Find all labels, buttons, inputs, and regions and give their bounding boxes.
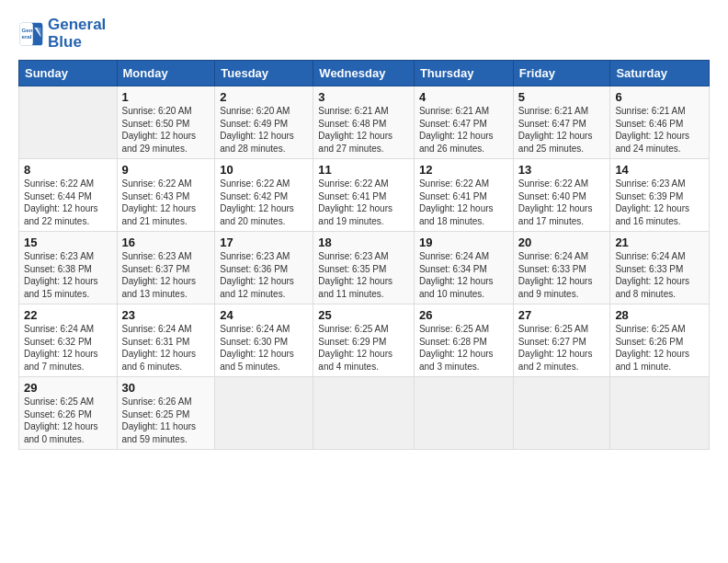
empty-cell bbox=[215, 377, 313, 450]
day-number: 9 bbox=[122, 163, 210, 177]
day-number: 12 bbox=[419, 163, 508, 177]
svg-text:Gen: Gen bbox=[22, 27, 33, 33]
day-info: Sunrise: 6:22 AM Sunset: 6:44 PM Dayligh… bbox=[24, 178, 112, 227]
day-info: Sunrise: 6:24 AM Sunset: 6:31 PM Dayligh… bbox=[122, 323, 210, 373]
day-number: 26 bbox=[419, 308, 508, 322]
day-cell-1: 1Sunrise: 6:20 AM Sunset: 6:50 PM Daylig… bbox=[117, 86, 215, 159]
day-info: Sunrise: 6:22 AM Sunset: 6:42 PM Dayligh… bbox=[220, 178, 308, 227]
day-cell-24: 24Sunrise: 6:24 AM Sunset: 6:30 PM Dayli… bbox=[215, 304, 313, 377]
header-row: SundayMondayTuesdayWednesdayThursdayFrid… bbox=[19, 61, 710, 86]
week-row-5: 29Sunrise: 6:25 AM Sunset: 6:26 PM Dayli… bbox=[19, 377, 710, 450]
col-header-thursday: Thursday bbox=[414, 61, 513, 86]
day-number: 24 bbox=[220, 308, 308, 322]
day-info: Sunrise: 6:21 AM Sunset: 6:48 PM Dayligh… bbox=[318, 105, 409, 155]
day-info: Sunrise: 6:24 AM Sunset: 6:30 PM Dayligh… bbox=[220, 323, 308, 373]
day-number: 22 bbox=[24, 308, 112, 322]
day-cell-4: 4Sunrise: 6:21 AM Sunset: 6:47 PM Daylig… bbox=[414, 86, 513, 159]
day-info: Sunrise: 6:22 AM Sunset: 6:40 PM Dayligh… bbox=[518, 178, 606, 227]
empty-cell bbox=[19, 86, 118, 159]
day-number: 17 bbox=[220, 236, 308, 249]
day-info: Sunrise: 6:25 AM Sunset: 6:27 PM Dayligh… bbox=[518, 323, 606, 373]
empty-cell bbox=[513, 377, 610, 450]
day-info: Sunrise: 6:24 AM Sunset: 6:34 PM Dayligh… bbox=[419, 250, 508, 300]
calendar-table: SundayMondayTuesdayWednesdayThursdayFrid… bbox=[18, 60, 710, 450]
day-number: 30 bbox=[122, 381, 210, 395]
day-number: 28 bbox=[615, 308, 704, 322]
week-row-3: 15Sunrise: 6:23 AM Sunset: 6:38 PM Dayli… bbox=[19, 232, 710, 304]
logo: Gen eral General Blue bbox=[18, 17, 106, 51]
day-info: Sunrise: 6:20 AM Sunset: 6:50 PM Dayligh… bbox=[122, 105, 210, 155]
day-cell-28: 28Sunrise: 6:25 AM Sunset: 6:26 PM Dayli… bbox=[610, 304, 710, 377]
day-info: Sunrise: 6:23 AM Sunset: 6:37 PM Dayligh… bbox=[122, 250, 210, 300]
day-number: 25 bbox=[318, 308, 409, 322]
day-cell-17: 17Sunrise: 6:23 AM Sunset: 6:36 PM Dayli… bbox=[215, 232, 313, 304]
day-number: 29 bbox=[24, 381, 112, 395]
day-info: Sunrise: 6:20 AM Sunset: 6:49 PM Dayligh… bbox=[220, 105, 308, 155]
day-cell-16: 16Sunrise: 6:23 AM Sunset: 6:37 PM Dayli… bbox=[117, 232, 215, 304]
day-cell-18: 18Sunrise: 6:23 AM Sunset: 6:35 PM Dayli… bbox=[313, 232, 415, 304]
day-info: Sunrise: 6:24 AM Sunset: 6:33 PM Dayligh… bbox=[518, 250, 606, 300]
page: Gen eral General Blue SundayMondayTuesda… bbox=[0, 0, 728, 461]
day-number: 13 bbox=[518, 163, 606, 177]
day-cell-26: 26Sunrise: 6:25 AM Sunset: 6:28 PM Dayli… bbox=[414, 304, 513, 377]
day-info: Sunrise: 6:25 AM Sunset: 6:28 PM Dayligh… bbox=[419, 323, 508, 373]
day-cell-29: 29Sunrise: 6:25 AM Sunset: 6:26 PM Dayli… bbox=[19, 377, 118, 450]
col-header-sunday: Sunday bbox=[19, 61, 118, 86]
day-number: 21 bbox=[615, 236, 704, 249]
day-cell-20: 20Sunrise: 6:24 AM Sunset: 6:33 PM Dayli… bbox=[513, 232, 610, 304]
day-cell-14: 14Sunrise: 6:23 AM Sunset: 6:39 PM Dayli… bbox=[610, 159, 710, 232]
day-info: Sunrise: 6:24 AM Sunset: 6:33 PM Dayligh… bbox=[615, 250, 704, 300]
day-cell-19: 19Sunrise: 6:24 AM Sunset: 6:34 PM Dayli… bbox=[414, 232, 513, 304]
day-number: 11 bbox=[318, 163, 409, 177]
day-cell-9: 9Sunrise: 6:22 AM Sunset: 6:43 PM Daylig… bbox=[117, 159, 215, 232]
empty-cell bbox=[313, 377, 415, 450]
day-info: Sunrise: 6:25 AM Sunset: 6:29 PM Dayligh… bbox=[318, 323, 409, 373]
day-info: Sunrise: 6:21 AM Sunset: 6:47 PM Dayligh… bbox=[518, 105, 606, 155]
day-number: 20 bbox=[518, 236, 606, 249]
week-row-2: 8Sunrise: 6:22 AM Sunset: 6:44 PM Daylig… bbox=[19, 159, 710, 232]
col-header-monday: Monday bbox=[117, 61, 215, 86]
day-cell-27: 27Sunrise: 6:25 AM Sunset: 6:27 PM Dayli… bbox=[513, 304, 610, 377]
header: Gen eral General Blue bbox=[18, 17, 710, 51]
week-row-1: 1Sunrise: 6:20 AM Sunset: 6:50 PM Daylig… bbox=[19, 86, 710, 159]
logo-general: General bbox=[48, 16, 106, 33]
day-number: 23 bbox=[122, 308, 210, 322]
day-number: 1 bbox=[122, 90, 210, 104]
svg-text:eral: eral bbox=[22, 33, 32, 40]
day-cell-10: 10Sunrise: 6:22 AM Sunset: 6:42 PM Dayli… bbox=[215, 159, 313, 232]
day-info: Sunrise: 6:26 AM Sunset: 6:25 PM Dayligh… bbox=[122, 396, 210, 445]
logo-icon: Gen eral bbox=[18, 21, 44, 47]
day-info: Sunrise: 6:24 AM Sunset: 6:32 PM Dayligh… bbox=[24, 323, 112, 373]
day-info: Sunrise: 6:21 AM Sunset: 6:46 PM Dayligh… bbox=[615, 105, 704, 155]
day-info: Sunrise: 6:23 AM Sunset: 6:39 PM Dayligh… bbox=[615, 178, 704, 227]
logo-text: General Blue bbox=[48, 17, 106, 51]
empty-cell bbox=[610, 377, 710, 450]
day-number: 4 bbox=[419, 90, 508, 104]
day-number: 16 bbox=[122, 236, 210, 249]
day-cell-5: 5Sunrise: 6:21 AM Sunset: 6:47 PM Daylig… bbox=[513, 86, 610, 159]
day-cell-25: 25Sunrise: 6:25 AM Sunset: 6:29 PM Dayli… bbox=[313, 304, 415, 377]
day-number: 5 bbox=[518, 90, 606, 104]
day-info: Sunrise: 6:23 AM Sunset: 6:38 PM Dayligh… bbox=[24, 250, 112, 300]
day-info: Sunrise: 6:25 AM Sunset: 6:26 PM Dayligh… bbox=[24, 396, 112, 445]
day-cell-22: 22Sunrise: 6:24 AM Sunset: 6:32 PM Dayli… bbox=[19, 304, 118, 377]
col-header-wednesday: Wednesday bbox=[313, 61, 415, 86]
day-cell-23: 23Sunrise: 6:24 AM Sunset: 6:31 PM Dayli… bbox=[117, 304, 215, 377]
day-cell-3: 3Sunrise: 6:21 AM Sunset: 6:48 PM Daylig… bbox=[313, 86, 415, 159]
col-header-friday: Friday bbox=[513, 61, 610, 86]
day-number: 6 bbox=[615, 90, 704, 104]
day-number: 10 bbox=[220, 163, 308, 177]
day-info: Sunrise: 6:23 AM Sunset: 6:35 PM Dayligh… bbox=[318, 250, 409, 300]
col-header-tuesday: Tuesday bbox=[215, 61, 313, 86]
day-cell-11: 11Sunrise: 6:22 AM Sunset: 6:41 PM Dayli… bbox=[313, 159, 415, 232]
day-cell-12: 12Sunrise: 6:22 AM Sunset: 6:41 PM Dayli… bbox=[414, 159, 513, 232]
day-number: 15 bbox=[24, 236, 112, 249]
day-info: Sunrise: 6:22 AM Sunset: 6:41 PM Dayligh… bbox=[318, 178, 409, 227]
day-info: Sunrise: 6:22 AM Sunset: 6:41 PM Dayligh… bbox=[419, 178, 508, 227]
day-info: Sunrise: 6:22 AM Sunset: 6:43 PM Dayligh… bbox=[122, 178, 210, 227]
day-info: Sunrise: 6:23 AM Sunset: 6:36 PM Dayligh… bbox=[220, 250, 308, 300]
day-cell-13: 13Sunrise: 6:22 AM Sunset: 6:40 PM Dayli… bbox=[513, 159, 610, 232]
day-number: 14 bbox=[615, 163, 704, 177]
day-number: 27 bbox=[518, 308, 606, 322]
day-cell-30: 30Sunrise: 6:26 AM Sunset: 6:25 PM Dayli… bbox=[117, 377, 215, 450]
